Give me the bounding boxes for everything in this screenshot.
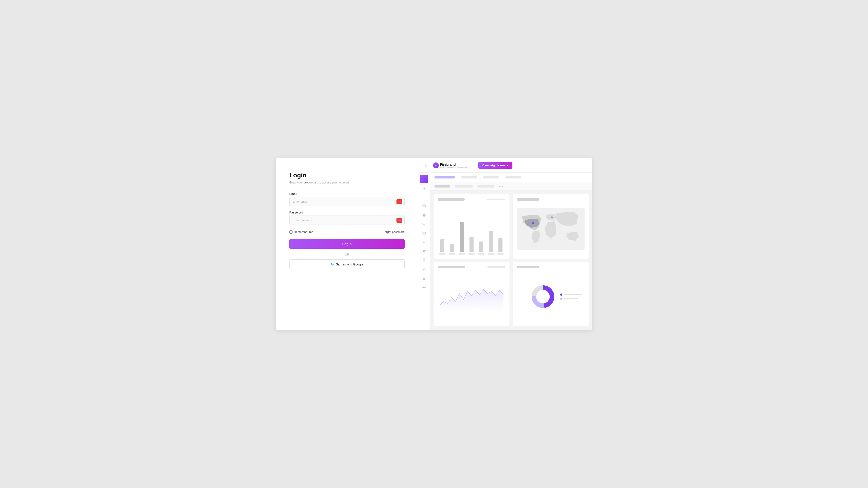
bar-label-6 bbox=[488, 253, 494, 255]
svg-point-29 bbox=[537, 291, 548, 302]
sidebar-item-grid[interactable]: ⊞ bbox=[420, 175, 428, 183]
sidebar-item-search[interactable] bbox=[420, 184, 428, 192]
svg-point-24 bbox=[532, 222, 534, 224]
remember-label[interactable]: Remember me bbox=[289, 230, 313, 234]
sidebar: ⊞ bbox=[418, 173, 430, 330]
svg-point-22 bbox=[423, 287, 425, 288]
map-svg bbox=[517, 203, 585, 255]
line-chart-card bbox=[434, 262, 509, 326]
bar-group-1 bbox=[440, 239, 444, 252]
line-chart-svg bbox=[438, 271, 505, 322]
sidebar-item-cart[interactable] bbox=[420, 247, 428, 255]
bar-chart-title bbox=[438, 198, 465, 201]
bar-2 bbox=[450, 244, 454, 252]
main-layout: ⊞ bbox=[418, 173, 592, 330]
sub-nav: ••• bbox=[430, 182, 592, 191]
sub-nav-item-1[interactable] bbox=[434, 185, 450, 188]
bar-label-1 bbox=[439, 253, 445, 255]
bar-5 bbox=[479, 241, 483, 252]
svg-point-20 bbox=[423, 268, 424, 269]
bar-group-6 bbox=[489, 231, 493, 252]
sidebar-item-document[interactable] bbox=[420, 256, 428, 264]
form-options: Remember me Forgot password bbox=[289, 230, 405, 234]
bar-chart bbox=[438, 203, 505, 252]
donut-chart bbox=[517, 271, 585, 322]
password-icon-btn[interactable] bbox=[397, 218, 402, 223]
campaign-button-label: Campaign Name bbox=[483, 164, 505, 167]
line-chart-header bbox=[438, 266, 505, 268]
brand-icon bbox=[433, 162, 439, 168]
svg-point-14 bbox=[424, 241, 424, 242]
sub-nav-item-2[interactable] bbox=[455, 185, 473, 188]
login-button[interactable]: Login bbox=[289, 239, 405, 249]
sidebar-item-email[interactable] bbox=[420, 229, 428, 237]
sidebar-item-analytics[interactable] bbox=[420, 193, 428, 201]
password-input[interactable] bbox=[289, 216, 405, 225]
bar-4 bbox=[469, 237, 473, 252]
brand-text: Firebrand Redefining Digital Transformat… bbox=[440, 162, 470, 168]
sidebar-item-chat[interactable] bbox=[420, 202, 428, 210]
svg-line-7 bbox=[425, 189, 426, 190]
forgot-password-link[interactable]: Forgot password bbox=[383, 230, 405, 234]
svg-rect-9 bbox=[423, 205, 426, 207]
password-label: Password bbox=[289, 211, 405, 214]
svg-point-2 bbox=[401, 201, 401, 202]
svg-point-15 bbox=[424, 252, 424, 253]
dashboard-panel: ⌂ Firebrand Redefining Digital Transform… bbox=[418, 158, 592, 330]
sidebar-item-target[interactable] bbox=[420, 211, 428, 219]
donut-chart-svg bbox=[529, 283, 557, 310]
login-title: Login bbox=[289, 172, 405, 179]
bar-6 bbox=[489, 231, 493, 252]
svg-rect-17 bbox=[423, 259, 425, 262]
svg-point-5 bbox=[401, 220, 401, 221]
brand-logo: Firebrand Redefining Digital Transformat… bbox=[433, 162, 470, 168]
content-area: ••• bbox=[430, 173, 592, 330]
nav-tab-active[interactable] bbox=[434, 176, 455, 178]
nav-tab-3[interactable] bbox=[505, 176, 521, 178]
email-icon-btn[interactable] bbox=[397, 199, 402, 204]
svg-point-25 bbox=[551, 217, 553, 218]
nav-tab-1[interactable] bbox=[461, 176, 477, 178]
sidebar-item-settings[interactable] bbox=[420, 283, 428, 291]
donut-chart-header bbox=[517, 266, 585, 268]
donut-chart-title bbox=[517, 266, 539, 268]
bar-label-7 bbox=[497, 253, 504, 255]
sidebar-item-phone[interactable] bbox=[420, 220, 428, 228]
sidebar-item-download[interactable] bbox=[420, 274, 428, 283]
nav-tab-2[interactable] bbox=[483, 176, 499, 178]
bar-label-4 bbox=[468, 253, 475, 255]
bar-group-4 bbox=[469, 237, 473, 252]
nav-tabs bbox=[430, 173, 592, 182]
sub-nav-item-3[interactable] bbox=[477, 185, 494, 188]
sidebar-item-users[interactable] bbox=[420, 265, 428, 273]
line-chart-meta bbox=[487, 266, 505, 268]
campaign-button[interactable]: Campaign Name ▾ bbox=[478, 162, 513, 169]
bar-group-2 bbox=[450, 244, 454, 252]
sidebar-item-location[interactable] bbox=[420, 238, 428, 246]
svg-point-0 bbox=[399, 201, 399, 202]
line-chart-title bbox=[438, 266, 465, 268]
google-signin-label: Sign in with Google bbox=[336, 263, 363, 266]
bar-chart-meta bbox=[487, 199, 505, 200]
sub-nav-more[interactable]: ••• bbox=[499, 185, 503, 188]
map-chart bbox=[517, 203, 585, 255]
donut-legend-item-1 bbox=[560, 293, 582, 296]
map-chart-header bbox=[517, 198, 585, 201]
password-input-wrapper bbox=[289, 216, 405, 225]
email-label: Email bbox=[289, 192, 405, 196]
password-form-group: Password bbox=[289, 211, 405, 225]
bar-chart-labels bbox=[438, 253, 505, 255]
email-input[interactable] bbox=[289, 197, 405, 206]
brand-tagline: Redefining Digital Transformation bbox=[440, 166, 470, 168]
google-icon: G bbox=[331, 262, 334, 267]
email-form-group: Email bbox=[289, 192, 405, 206]
remember-checkbox[interactable] bbox=[289, 230, 292, 234]
google-signin-button[interactable]: G Sign in with Google bbox=[289, 259, 405, 269]
donut-legend-label-2 bbox=[564, 298, 578, 299]
bar-group-3 bbox=[460, 222, 464, 252]
bar-chart-header bbox=[438, 198, 505, 201]
svg-point-3 bbox=[399, 220, 399, 221]
line-chart bbox=[438, 271, 505, 322]
home-icon[interactable]: ⌂ bbox=[425, 163, 427, 168]
svg-point-16 bbox=[425, 252, 425, 253]
